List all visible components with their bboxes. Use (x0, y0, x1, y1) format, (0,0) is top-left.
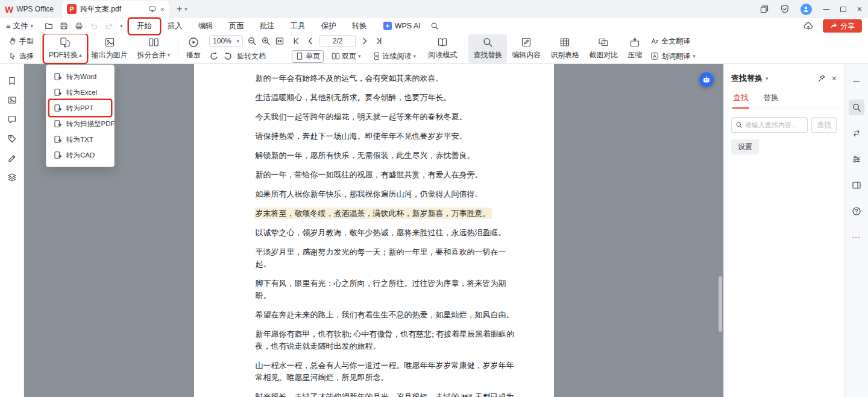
continuous-read-label: 连续阅读 (383, 51, 412, 62)
menu-tab-home[interactable]: 开始 (129, 19, 160, 34)
menu-tab-protect[interactable]: 保护 (313, 19, 344, 34)
file-menu[interactable]: ≡ 文件 ▾ (6, 21, 33, 31)
menu-tab-convert[interactable]: 转换 (344, 19, 375, 34)
translate-switch-icon[interactable] (849, 125, 864, 141)
double-page-button[interactable]: 双页 ▾ (328, 50, 365, 63)
previous-page-icon[interactable] (306, 36, 315, 46)
single-page-button[interactable]: 单页 (292, 50, 324, 63)
panel-close-icon[interactable]: × (832, 74, 837, 83)
close-button[interactable]: × (857, 0, 862, 18)
play-button[interactable]: 播放 (181, 34, 206, 63)
rotate-document-button[interactable]: 旋转文档 (237, 51, 266, 62)
search-icon (735, 121, 743, 129)
tab-list-chevron-icon[interactable]: ▾ (184, 7, 187, 12)
print-icon[interactable] (75, 22, 83, 30)
comments-icon[interactable] (7, 115, 17, 124)
menu-tab-edit[interactable]: 编辑 (190, 19, 221, 34)
recognize-table-button[interactable]: 识别表格 (546, 34, 584, 63)
redo-icon[interactable] (105, 22, 113, 30)
zoom-out-icon[interactable] (247, 36, 257, 46)
settings-button[interactable]: 设置 (731, 139, 759, 154)
vertical-scrollbar[interactable] (719, 276, 722, 332)
tab-find[interactable]: 查找 (732, 90, 749, 109)
cloud-upload-icon[interactable] (804, 21, 813, 31)
next-page-icon[interactable] (360, 36, 370, 46)
tab-overview-icon[interactable] (760, 4, 769, 14)
side-panel-icon[interactable] (849, 177, 864, 193)
minimize-button[interactable] (823, 0, 829, 18)
help-icon[interactable] (849, 203, 864, 219)
undo-icon[interactable] (90, 22, 98, 30)
menu-tab-tools[interactable]: 工具 (283, 19, 313, 34)
pointer-tools-group: 手型 选择 (5, 35, 37, 62)
last-page-icon[interactable] (374, 36, 383, 46)
menu-item-to-ppt[interactable]: 转为PPT (49, 100, 111, 116)
screenshot-icon (598, 37, 609, 48)
avatar[interactable] (800, 4, 812, 15)
menu-tab-comment[interactable]: 批注 (252, 19, 283, 34)
toolbar-divider (465, 38, 465, 60)
edit-pen-icon (521, 37, 532, 48)
search-icon[interactable] (849, 100, 864, 115)
document-viewport[interactable]: 新的一年会有始终不及的运气，会有突如其来的欢喜。 生活温暖顺心，其他别无所求。要… (24, 64, 723, 397)
zoom-select[interactable]: 100% ▾ (209, 35, 243, 47)
new-tab-button[interactable]: + (177, 0, 182, 18)
menu-tab-insert[interactable]: 插入 (160, 19, 190, 34)
rotate-left-icon[interactable] (209, 51, 219, 61)
find-input[interactable] (745, 121, 804, 129)
document-tab[interactable]: P 跨年文案.pdf × (62, 1, 169, 17)
zoom-in-icon[interactable] (261, 36, 271, 46)
menu-item-to-scanned-pdf[interactable]: 转为扫描型PDF (49, 116, 111, 132)
pdf-convert-button[interactable]: PDF转换▴ (44, 34, 87, 63)
read-mode-button[interactable]: 阅读模式 (423, 34, 462, 63)
menu-item-to-word[interactable]: 转为Word (49, 69, 111, 84)
open-file-icon[interactable] (45, 22, 53, 30)
page-nav-view-group: 2/2 单页 双页 ▾ 连续阅读 ▾ (288, 35, 423, 62)
menu-search-icon[interactable] (430, 22, 439, 30)
find-button[interactable]: 查找 (811, 117, 837, 133)
rotate-right-icon[interactable] (223, 51, 233, 61)
first-page-icon[interactable] (292, 36, 301, 46)
select-tool-button[interactable]: 选择 (8, 50, 34, 62)
tab-close-icon[interactable]: × (160, 5, 165, 14)
fit-page-icon[interactable] (275, 36, 285, 46)
translate-word-button[interactable]: 划词翻译 ▾ (650, 50, 696, 62)
export-image-button[interactable]: 输出为图片 (87, 34, 133, 63)
quick-access-toolbar: ▾ (45, 22, 123, 30)
compress-button[interactable]: 压缩 (623, 34, 647, 63)
translate-full-button[interactable]: 全文翻译 (650, 35, 696, 47)
continuous-read-button[interactable]: 连续阅读 ▾ (369, 50, 420, 63)
layers-icon[interactable] (7, 173, 17, 182)
wps-assistant-badge[interactable] (699, 72, 714, 87)
bookmarks-icon[interactable] (7, 76, 17, 86)
share-button[interactable]: 分享 (823, 19, 862, 33)
menu-item-to-txt[interactable]: 转为TXT (49, 132, 111, 147)
thumbnails-icon[interactable] (7, 95, 17, 105)
tab-replace[interactable]: 替换 (763, 90, 779, 109)
panel-title-chevron-icon[interactable]: ▾ (766, 76, 769, 81)
menu-item-to-excel[interactable]: 转为Excel (49, 84, 111, 100)
hand-tool-button[interactable]: 手型 (8, 35, 34, 47)
pin-icon[interactable] (817, 74, 826, 83)
annotate-pen-icon[interactable] (7, 153, 17, 163)
wps-ai-icon (383, 22, 392, 30)
menu-item-to-cad[interactable]: 转为CAD (49, 147, 111, 163)
tab-monitor-icon[interactable] (149, 5, 156, 13)
quick-access-chevron-icon[interactable]: ▾ (120, 24, 123, 29)
search-input-box[interactable] (731, 117, 808, 133)
split-merge-button[interactable]: 拆分合并▾ (133, 34, 175, 63)
doc-arrow-icon (54, 72, 62, 81)
screenshot-compare-button[interactable]: 截图对比 (584, 34, 623, 63)
save-icon[interactable] (60, 22, 68, 30)
security-shield-icon[interactable] (780, 4, 790, 14)
menu-tab-page[interactable]: 页面 (221, 19, 252, 34)
more-icon[interactable]: ··· (849, 229, 864, 245)
wps-ai-button[interactable]: WPS AI (380, 22, 424, 30)
adjust-settings-icon[interactable] (849, 151, 864, 167)
maximize-button[interactable] (840, 0, 846, 18)
page-number-input[interactable]: 2/2 (319, 35, 356, 47)
edit-content-button[interactable]: 编辑内容 (507, 34, 546, 63)
find-replace-button[interactable]: 查找替换 (468, 34, 507, 63)
attachments-icon[interactable] (7, 134, 17, 144)
collapse-panel-icon[interactable] (849, 74, 864, 89)
